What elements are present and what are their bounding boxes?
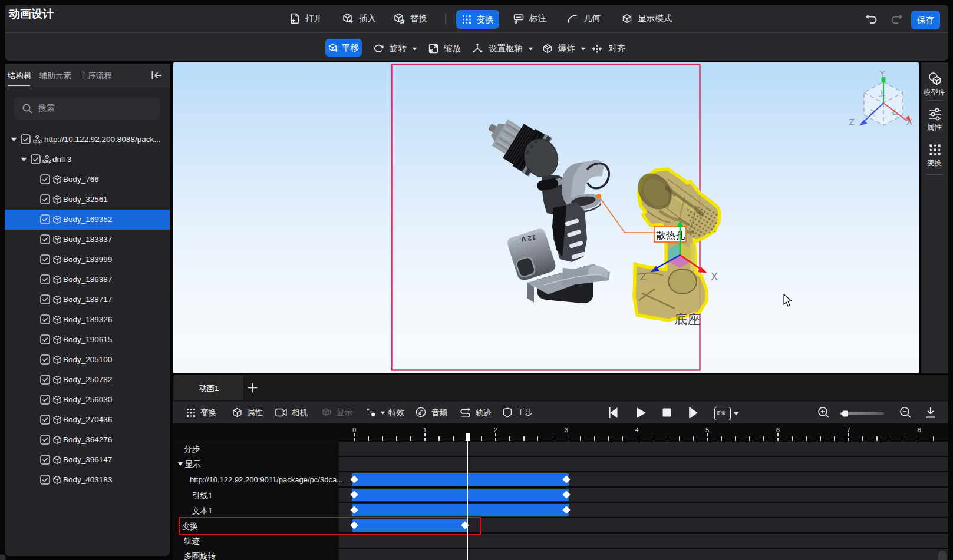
svg-text:底座: 底座 [674, 312, 700, 327]
svg-text:X: X [711, 271, 718, 283]
svg-text:X: X [906, 117, 912, 127]
svg-text:上: 上 [878, 89, 886, 98]
svg-text:Z: Z [640, 271, 647, 283]
svg-text:Z: Z [849, 117, 855, 127]
svg-text:Y: Y [879, 68, 885, 78]
